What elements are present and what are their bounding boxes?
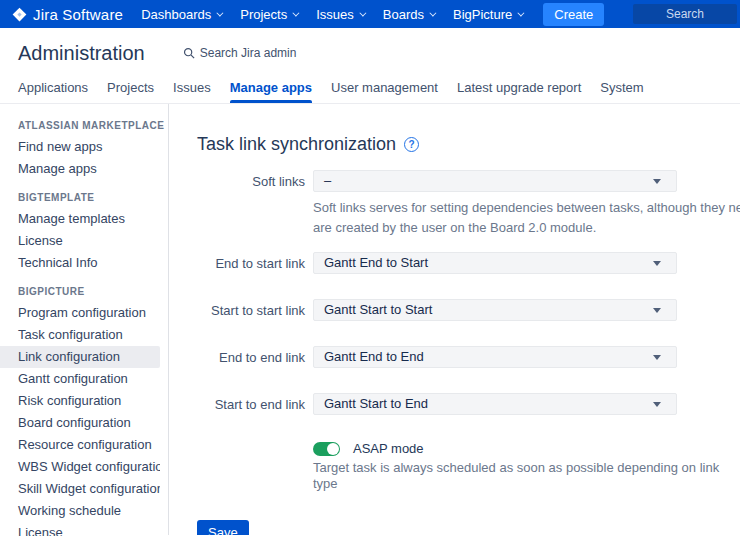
tab-latest-upgrade-report[interactable]: Latest upgrade report — [457, 80, 581, 103]
tab-manage-apps[interactable]: Manage apps — [230, 80, 312, 103]
admin-search[interactable]: Search Jira admin — [183, 46, 297, 60]
field-label: Soft links — [197, 174, 305, 189]
sidebar-section: BIGPICTURE Program configurationTask con… — [0, 286, 168, 536]
sidebar-item-license[interactable]: License — [0, 522, 160, 536]
field-select-value: Gantt End to End — [324, 349, 424, 364]
sidebar: ATLASSIAN MARKETPLACE Find new appsManag… — [0, 104, 169, 535]
sidebar-section-items: Find new appsManage apps — [0, 136, 168, 180]
field-select-value: Gantt Start to End — [324, 396, 428, 411]
sidebar-item-resource-configuration[interactable]: Resource configuration — [0, 434, 160, 456]
sidebar-section: ATLASSIAN MARKETPLACE Find new appsManag… — [0, 120, 168, 180]
field-label: Start to end link — [197, 397, 305, 412]
global-search-input[interactable] — [633, 4, 737, 24]
chevron-down-icon — [429, 9, 436, 16]
field-select-value: Gantt Start to Start — [324, 302, 432, 317]
form-rows: Soft links – Soft links serves for setti… — [197, 170, 740, 415]
nav-menu-item-label: Boards — [383, 7, 424, 22]
sidebar-section-header: ATLASSIAN MARKETPLACE — [0, 120, 168, 131]
asap-mode-toggle[interactable] — [313, 442, 340, 456]
create-button[interactable]: Create — [543, 3, 604, 26]
sidebar-item-board-configuration[interactable]: Board configuration — [0, 412, 160, 434]
nav-menu-item-bigpicture[interactable]: BigPicture — [453, 7, 522, 22]
caret-down-icon — [653, 308, 661, 313]
sidebar-item-gantt-configuration[interactable]: Gantt configuration — [0, 368, 160, 390]
help-line: are created by the user on the Board 2.0… — [313, 218, 740, 238]
sidebar-item-manage-apps[interactable]: Manage apps — [0, 158, 160, 180]
caret-down-icon — [653, 402, 661, 407]
sidebar-item-program-configuration[interactable]: Program configuration — [0, 302, 160, 324]
save-button[interactable]: Save — [197, 520, 249, 535]
app-title: Jira Software — [33, 6, 123, 23]
field-select-dropdown[interactable]: Gantt Start to End — [313, 393, 677, 415]
sidebar-item-license[interactable]: License — [0, 230, 160, 252]
caret-down-icon — [653, 179, 661, 184]
chevron-down-icon — [359, 9, 366, 16]
chevron-down-icon — [293, 9, 300, 16]
tab-issues[interactable]: Issues — [173, 80, 211, 103]
jira-logo[interactable]: Jira Software — [12, 6, 123, 23]
field-select-dropdown[interactable]: Gantt End to Start — [313, 252, 677, 274]
field-select-dropdown[interactable]: – — [313, 170, 677, 192]
field-select-dropdown[interactable]: Gantt End to End — [313, 346, 677, 368]
tab-user-management[interactable]: User management — [331, 80, 438, 103]
nav-menu-item-issues[interactable]: Issues — [316, 7, 364, 22]
chevron-down-icon — [518, 9, 525, 16]
sidebar-item-skill-widget-configuration[interactable]: Skill Widget configuration — [0, 478, 160, 500]
sidebar-section-header: BIGPICTURE — [0, 286, 168, 297]
sidebar-item-manage-templates[interactable]: Manage templates — [0, 208, 160, 230]
nav-menu-item-boards[interactable]: Boards — [383, 7, 434, 22]
chevron-down-icon — [217, 9, 224, 16]
sidebar-item-task-configuration[interactable]: Task configuration — [0, 324, 160, 346]
main-content: Task link synchronization ? Soft links –… — [169, 104, 740, 535]
field-select-value: – — [324, 173, 331, 188]
top-navigation-bar: Jira Software Dashboards Projects Issues… — [0, 0, 740, 28]
search-icon — [183, 47, 195, 59]
toggle-knob — [327, 443, 339, 455]
tab-applications[interactable]: Applications — [18, 80, 88, 103]
nav-menu-item-label: Dashboards — [141, 7, 211, 22]
field-label: End to start link — [197, 256, 305, 271]
nav-menu-item-dashboards[interactable]: Dashboards — [141, 7, 221, 22]
form-row: Start to end link Gantt Start to End — [197, 393, 740, 415]
section-title: Task link synchronization — [197, 134, 396, 155]
sidebar-section: BIGTEMPLATE Manage templatesLicenseTechn… — [0, 192, 168, 274]
field-help-text: Soft links serves for setting dependenci… — [313, 198, 740, 238]
admin-search-label: Search Jira admin — [200, 46, 297, 60]
jira-diamond-icon — [12, 7, 27, 22]
caret-down-icon — [653, 355, 661, 360]
primary-nav-items: Dashboards Projects Issues Boards BigPic… — [141, 0, 541, 28]
nav-menu-item-label: Projects — [240, 7, 287, 22]
form-row: End to start link Gantt End to Start — [197, 252, 740, 274]
sidebar-section-items: Manage templatesLicenseTechnical Info — [0, 208, 168, 274]
form-row: Soft links – — [197, 170, 740, 192]
tab-projects[interactable]: Projects — [107, 80, 154, 103]
sidebar-item-find-new-apps[interactable]: Find new apps — [0, 136, 160, 158]
tab-system[interactable]: System — [600, 80, 643, 103]
page-title-administration: Administration — [18, 42, 145, 65]
asap-mode-help-text: Target task is always scheduled as soon … — [313, 460, 740, 492]
nav-menu-item-label: Issues — [316, 7, 354, 22]
form-row: Start to start link Gantt Start to Start — [197, 299, 740, 321]
asap-toggle-row: ASAP mode — [313, 441, 740, 456]
page-body: ATLASSIAN MARKETPLACE Find new appsManag… — [0, 104, 740, 535]
admin-header: Administration Search Jira admin — [0, 28, 740, 78]
asap-mode-label: ASAP mode — [353, 441, 424, 456]
help-question-icon[interactable]: ? — [404, 137, 419, 152]
sidebar-item-risk-configuration[interactable]: Risk configuration — [0, 390, 160, 412]
section-title-row: Task link synchronization ? — [197, 134, 740, 155]
nav-menu-item-projects[interactable]: Projects — [240, 7, 297, 22]
nav-menu-item-label: BigPicture — [453, 7, 512, 22]
sidebar-section-items: Program configurationTask configurationL… — [0, 302, 168, 536]
admin-tab-bar: ApplicationsProjectsIssuesManage appsUse… — [0, 78, 740, 104]
field-label: Start to start link — [197, 303, 305, 318]
field-select-dropdown[interactable]: Gantt Start to Start — [313, 299, 677, 321]
sidebar-item-link-configuration[interactable]: Link configuration — [0, 346, 160, 368]
help-line: Soft links serves for setting dependenci… — [313, 198, 740, 218]
sidebar-item-working-schedule[interactable]: Working schedule — [0, 500, 160, 522]
caret-down-icon — [653, 261, 661, 266]
sidebar-item-wbs-widget-configuration[interactable]: WBS Widget configuration — [0, 456, 160, 478]
sidebar-item-technical-info[interactable]: Technical Info — [0, 252, 160, 274]
sidebar-section-header: BIGTEMPLATE — [0, 192, 168, 203]
field-select-value: Gantt End to Start — [324, 255, 428, 270]
form-row: End to end link Gantt End to End — [197, 346, 740, 368]
